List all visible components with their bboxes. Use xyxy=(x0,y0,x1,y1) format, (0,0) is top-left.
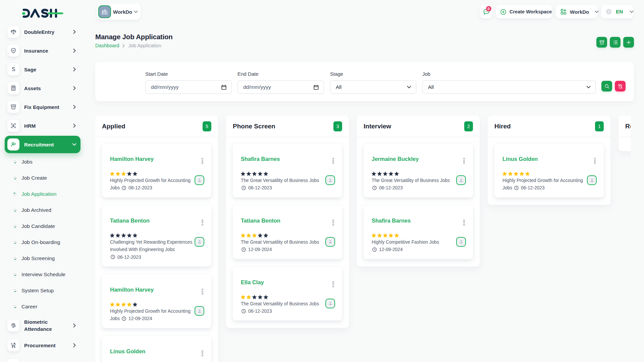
sidebar-subitem-job-application[interactable]: Job Application xyxy=(0,186,87,202)
applicant-name-link[interactable]: Shafira Barnes xyxy=(241,156,334,162)
sidebar-item-label: Recruitment xyxy=(24,142,54,147)
applicant-name-link[interactable]: Tatiana Benton xyxy=(241,217,334,224)
sidebar-item-hrm[interactable]: HRM xyxy=(0,120,87,132)
applicant-avatar[interactable] xyxy=(587,175,597,185)
applicant-avatar[interactable] xyxy=(325,175,335,185)
more-options-icon[interactable] xyxy=(594,158,596,164)
sidebar-item-doubleentry[interactable]: DoubleEntry xyxy=(0,26,87,38)
sidebar-subitem-system-setup[interactable]: System Setup xyxy=(0,283,87,299)
star-icon xyxy=(371,233,377,238)
star-icon xyxy=(502,171,507,177)
breadcrumb: Dashboard Job Application xyxy=(95,43,161,48)
applicant-name-link[interactable]: Linus Golden xyxy=(502,156,596,162)
applicant-avatar[interactable] xyxy=(195,237,204,247)
start-date-value: dd/mm/yyyy xyxy=(151,84,221,90)
more-options-icon[interactable] xyxy=(202,158,203,164)
application-card[interactable]: Hamilton Harvey Highly Projected Growth … xyxy=(102,144,211,197)
filter-search-button[interactable] xyxy=(601,81,612,92)
language-selector[interactable]: EN xyxy=(601,5,633,18)
sidebar-subitem-label: System Setup xyxy=(21,288,54,294)
more-options-icon[interactable] xyxy=(463,220,465,226)
more-options-icon[interactable] xyxy=(332,281,334,287)
breadcrumb-dashboard-link[interactable]: Dashboard xyxy=(95,43,119,48)
applicant-name-link[interactable]: Hamilton Harvey xyxy=(110,286,203,293)
applicant-name-link[interactable]: Linus Golden xyxy=(110,348,203,355)
messages-button[interactable]: 0 xyxy=(480,5,492,18)
bullet-icon xyxy=(13,305,16,308)
sidebar-item-fix-equipment[interactable]: Fix Equipment xyxy=(0,101,87,113)
applicant-name-link[interactable]: Ella Clay xyxy=(241,279,334,286)
applicant-avatar[interactable] xyxy=(195,306,204,316)
shield-check-icon xyxy=(7,45,19,57)
sidebar-subitem-career[interactable]: Career xyxy=(0,299,87,315)
card-date: 12-09-2024 xyxy=(379,247,403,252)
sidebar-subitem-job-archived[interactable]: Job Archived xyxy=(0,202,87,218)
more-options-icon[interactable] xyxy=(202,289,203,295)
stage-label: Stage xyxy=(330,71,343,77)
sidebar-item-insurance[interactable]: Insurance xyxy=(0,45,87,57)
card-description: Highly Projected Growth for Accounting J… xyxy=(110,177,203,192)
star-icon xyxy=(240,233,246,238)
language-label: EN xyxy=(616,9,623,15)
applicant-avatar[interactable] xyxy=(325,299,335,308)
calendar-icon[interactable] xyxy=(221,84,227,90)
card-date: 12-09-2024 xyxy=(248,247,272,252)
start-date-input[interactable]: dd/mm/yyyy xyxy=(145,80,232,94)
sidebar-item-procurement[interactable]: Procurement xyxy=(0,339,87,351)
sidebar-item-recruitment[interactable]: Recruitment xyxy=(5,136,80,153)
application-card[interactable]: Shafira Barnes The Great Versatility of … xyxy=(233,144,342,197)
more-options-icon[interactable] xyxy=(332,158,334,164)
sidebar-subitem-job-candidate[interactable]: Job Candidate xyxy=(0,218,87,234)
sidebar-subitem-label: Job On-boarding xyxy=(21,239,60,245)
end-date-input[interactable]: dd/mm/yyyy xyxy=(237,80,324,94)
column-header: Hired 1 xyxy=(488,116,610,137)
more-options-icon[interactable] xyxy=(202,220,203,226)
more-options-icon[interactable] xyxy=(332,220,334,226)
calendar-icon[interactable] xyxy=(313,84,319,90)
application-card[interactable]: Hamilton Harvey Highly Projected Growth … xyxy=(102,275,211,328)
sidebar-subitem-job-screening[interactable]: Job Screening xyxy=(0,250,87,266)
applicant-avatar[interactable] xyxy=(456,237,466,247)
applicant-avatar[interactable] xyxy=(325,237,335,247)
sidebar-item-biometric-attendance[interactable]: BiometricAttendance xyxy=(0,319,87,331)
chevron-right-icon xyxy=(73,67,76,72)
filter-reset-button[interactable] xyxy=(615,81,626,92)
application-card[interactable]: Tatiana Benton Challenging Yet Rewarding… xyxy=(102,205,211,266)
sidebar-subitem-interview-schedule[interactable]: Interview Schedule xyxy=(0,266,87,283)
applicant-name-link[interactable]: Shafira Barnes xyxy=(372,217,465,224)
chevron-down-icon xyxy=(407,86,411,88)
application-card[interactable]: Tatiana Benton The Great Versatility of … xyxy=(233,205,342,259)
column-cards: Hamilton Harvey Highly Projected Growth … xyxy=(95,137,218,362)
applicant-avatar[interactable] xyxy=(195,175,204,185)
sidebar-subitem-job-create[interactable]: Job Create xyxy=(0,170,87,186)
dash-logo[interactable] xyxy=(21,8,65,19)
applicant-name-link[interactable]: Hamilton Harvey xyxy=(110,156,203,162)
star-icon xyxy=(257,171,263,177)
sidebar-item-assets[interactable]: Assets xyxy=(0,82,87,94)
add-application-button[interactable] xyxy=(623,37,634,48)
apps-menu-button[interactable]: WorkDo xyxy=(556,5,598,18)
start-date-label: Start Date xyxy=(145,71,168,77)
create-workspace-button[interactable]: Create Workspace xyxy=(496,5,552,18)
application-card[interactable]: Ella Clay The Great Versatility of Busin… xyxy=(233,267,342,321)
star-icon xyxy=(132,171,138,177)
sidebar-subitem-jobs[interactable]: Jobs xyxy=(0,154,87,170)
application-card[interactable]: Linus Golden Highly Projected Growth for… xyxy=(494,144,604,197)
application-card[interactable]: Shafira Barnes Highly Competitive Fashio… xyxy=(364,205,473,259)
application-card[interactable]: Linus Golden xyxy=(102,336,211,362)
sidebar-item-sage[interactable]: S Sage xyxy=(0,63,87,75)
applicant-name-link[interactable]: Jermaine Buckley xyxy=(372,156,465,162)
column-header: Applied 5 xyxy=(95,116,218,137)
sidebar-item-partial[interactable] xyxy=(0,359,87,362)
applicant-name-link[interactable]: Tatiana Benton xyxy=(110,217,203,224)
more-options-icon[interactable] xyxy=(202,350,203,356)
more-options-icon[interactable] xyxy=(463,158,465,164)
job-select[interactable]: All xyxy=(422,80,596,94)
sidebar-subitem-job-onboarding[interactable]: Job On-boarding xyxy=(0,234,87,250)
workspace-switcher[interactable]: WorkDo xyxy=(97,4,141,20)
list-view-button[interactable] xyxy=(610,37,621,48)
application-card[interactable]: Jermaine Buckley The Great Versatility o… xyxy=(364,144,473,197)
applicant-avatar[interactable] xyxy=(456,175,466,185)
stage-select[interactable]: All xyxy=(330,80,416,94)
archived-applications-button[interactable] xyxy=(596,37,607,48)
